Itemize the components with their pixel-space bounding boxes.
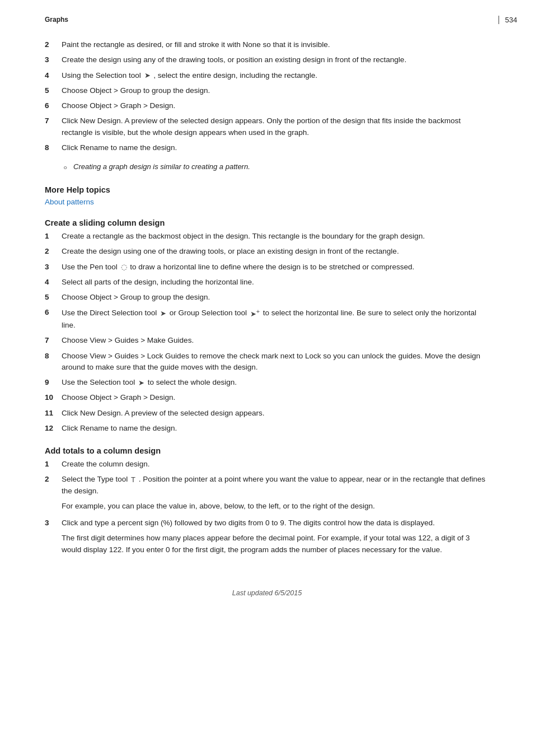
step-text: Paint the rectangle as desired, or fill …: [62, 39, 489, 50]
list-item: 2Select the Type tool T . Position the p…: [45, 474, 489, 497]
step-number: 11: [45, 408, 62, 419]
step-number: 3: [45, 517, 62, 529]
list-item: 1Create the column design.: [45, 459, 489, 470]
list-item: The first digit determines how many plac…: [45, 533, 489, 556]
page-container: Graphs 534 2Paint the rectangle as desir…: [0, 0, 534, 756]
list-item: 4Select all parts of the design, includi…: [45, 277, 489, 288]
step-text: Use the Direct Selection tool ➤ or Group…: [62, 307, 489, 331]
step-text: Choose Object > Group to group the desig…: [62, 85, 489, 96]
list-item: 8Click Rename to name the design.: [45, 142, 489, 153]
step-text: Use the Selection tool ➤ to select the w…: [62, 377, 489, 388]
step-text: Choose Object > Graph > Design.: [62, 100, 489, 111]
list-item: 12Click Rename to name the design.: [45, 423, 489, 434]
list-item: 6Use the Direct Selection tool ➤ or Grou…: [45, 307, 489, 331]
list-item: 8Choose View > Guides > Lock Guides to r…: [45, 351, 489, 374]
add-totals-steps-list: 1Create the column design.2Select the Ty…: [45, 459, 489, 556]
content: 2Paint the rectangle as desired, or fill…: [45, 39, 489, 556]
selection-tool-icon2: ➤: [138, 377, 144, 389]
pen-tool-icon: ◌: [121, 262, 127, 273]
type-tool-icon: T: [131, 474, 135, 486]
sliding-column-steps-list: 1Create a rectangle as the backmost obje…: [45, 231, 489, 434]
step-text: Create the design using one of the drawi…: [62, 246, 489, 257]
step-number: 7: [45, 335, 62, 346]
footer: Last updated 6/5/2015: [45, 589, 489, 597]
step-number: 10: [45, 392, 62, 403]
step-number: 7: [45, 115, 62, 127]
step-text: Create the column design.: [62, 459, 489, 470]
step-text: Using the Selection tool ➤ , select the …: [62, 70, 489, 81]
step-text: Click and type a percent sign (%) follow…: [62, 517, 489, 529]
list-item: 10Choose Object > Graph > Design.: [45, 392, 489, 403]
step-number: 2: [45, 474, 62, 485]
step-number: 6: [45, 100, 62, 111]
list-item: 1Create a rectangle as the backmost obje…: [45, 231, 489, 242]
step-number: 3: [45, 262, 62, 273]
step-number: 8: [45, 351, 62, 362]
tip-text-content: Creating a graph design is similar to cr…: [73, 162, 250, 171]
group-selection-icon: ➤+: [250, 307, 260, 320]
step-text: Choose View > Guides > Lock Guides to re…: [62, 351, 489, 374]
step-number: 6: [45, 307, 62, 318]
add-totals-heading: Add totals to a column design: [45, 446, 489, 455]
step-number: 1: [45, 459, 62, 470]
list-item: 2Create the design using one of the draw…: [45, 246, 489, 257]
step-number: 2: [45, 246, 62, 257]
section-label: Graphs: [45, 16, 68, 24]
step-number: 4: [45, 277, 62, 288]
list-item: 5Choose Object > Group to group the desi…: [45, 85, 489, 96]
tip-block: ⚬ Creating a graph design is similar to …: [62, 161, 489, 173]
step-number: 5: [45, 292, 62, 303]
step-text: Click New Design. A preview of the selec…: [62, 408, 489, 419]
more-help-heading: More Help topics: [45, 185, 489, 194]
add-totals-section: Add totals to a column design 1Create th…: [45, 446, 489, 556]
direct-selection-icon: ➤: [160, 308, 166, 319]
step-text: Choose Object > Graph > Design.: [62, 392, 489, 403]
step-text: Choose Object > Group to group the desig…: [62, 292, 489, 303]
step-text: Click Rename to name the design.: [62, 423, 489, 434]
step-number: 4: [45, 70, 62, 81]
selection-tool-icon: ➤: [144, 70, 151, 81]
step-text: Select the Type tool T . Position the po…: [62, 474, 489, 497]
list-item: 7Click New Design. A preview of the sele…: [45, 115, 489, 138]
list-item: 11Click New Design. A preview of the sel…: [45, 408, 489, 419]
step-text: Choose View > Guides > Make Guides.: [62, 335, 489, 346]
sliding-column-section: Create a sliding column design 1Create a…: [45, 218, 489, 434]
step-text: Use the Pen tool ◌ to draw a horizontal …: [62, 262, 489, 273]
list-item: 9Use the Selection tool ➤ to select the …: [45, 377, 489, 388]
about-patterns-link[interactable]: About patterns: [45, 198, 94, 206]
list-item: 2Paint the rectangle as desired, or fill…: [45, 39, 489, 50]
list-item: 7Choose View > Guides > Make Guides.: [45, 335, 489, 346]
step-number: 5: [45, 85, 62, 96]
step-number: 12: [45, 423, 62, 434]
tip-icon: ⚬: [62, 162, 69, 173]
step-text: Click New Design. A preview of the selec…: [62, 115, 489, 138]
step-text: Select all parts of the design, includin…: [62, 277, 489, 288]
list-item: 5Choose Object > Group to group the desi…: [45, 292, 489, 303]
list-item: 3Create the design using any of the draw…: [45, 54, 489, 66]
list-item: 6Choose Object > Graph > Design.: [45, 100, 489, 111]
step-text: For example, you can place the value in,…: [62, 501, 489, 512]
step-number: 2: [45, 39, 62, 50]
step-number: 1: [45, 231, 62, 242]
sliding-column-heading: Create a sliding column design: [45, 218, 489, 227]
list-item: 4Using the Selection tool ➤ , select the…: [45, 70, 489, 81]
step-number: 9: [45, 377, 62, 388]
more-help-section: More Help topics About patterns: [45, 185, 489, 206]
step-text: Click Rename to name the design.: [62, 142, 489, 153]
list-item: For example, you can place the value in,…: [45, 501, 489, 512]
step-number: 8: [45, 142, 62, 153]
step-text: Create the design using any of the drawi…: [62, 54, 489, 66]
page-number: 534: [498, 16, 517, 24]
list-item: 3Use the Pen tool ◌ to draw a horizontal…: [45, 262, 489, 273]
step-text: The first digit determines how many plac…: [62, 533, 489, 556]
step-text: Create a rectangle as the backmost objec…: [62, 231, 489, 242]
initial-steps-list: 2Paint the rectangle as desired, or fill…: [45, 39, 489, 153]
list-item: 3Click and type a percent sign (%) follo…: [45, 517, 489, 529]
step-number: 3: [45, 54, 62, 66]
tip-text: Creating a graph design is similar to cr…: [73, 161, 250, 172]
